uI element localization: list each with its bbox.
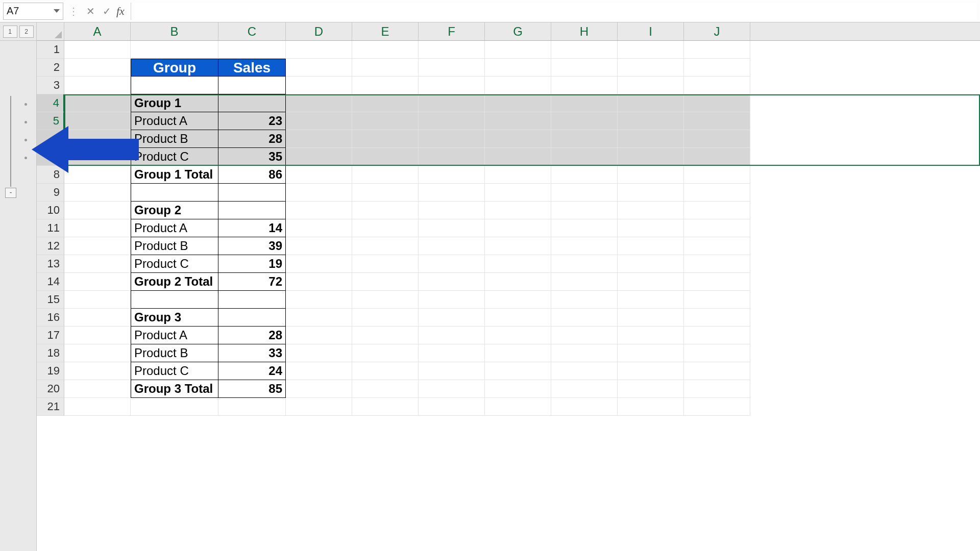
- cell-H20[interactable]: [551, 380, 618, 398]
- row-9[interactable]: 9: [37, 184, 980, 202]
- cell-F20[interactable]: [419, 380, 485, 398]
- cell-G21[interactable]: [485, 398, 551, 416]
- row-header-19[interactable]: 19: [37, 362, 64, 380]
- cell-J16[interactable]: [684, 309, 750, 327]
- cell-F12[interactable]: [419, 237, 485, 255]
- cell-H18[interactable]: [551, 344, 618, 362]
- row-1[interactable]: 1: [37, 41, 980, 59]
- cell-B10[interactable]: Group 2: [131, 202, 218, 219]
- cell-B1[interactable]: [131, 41, 218, 59]
- cell-A18[interactable]: [64, 344, 131, 362]
- row-header-9[interactable]: 9: [37, 184, 64, 202]
- cell-B8[interactable]: Group 1 Total: [131, 166, 218, 184]
- cell-B14[interactable]: Group 2 Total: [131, 273, 218, 291]
- cell-D16[interactable]: [286, 309, 352, 327]
- cell-C6[interactable]: 28: [218, 130, 286, 148]
- cell-G12[interactable]: [485, 237, 551, 255]
- row-header-2[interactable]: 2: [37, 59, 64, 77]
- cell-J3[interactable]: [684, 77, 750, 94]
- cell-F15[interactable]: [419, 291, 485, 309]
- row-17[interactable]: 17 Product A 28: [37, 327, 980, 344]
- cell-A13[interactable]: [64, 255, 131, 273]
- cell-H15[interactable]: [551, 291, 618, 309]
- row-header-6[interactable]: 6: [37, 130, 64, 148]
- cell-A15[interactable]: [64, 291, 131, 309]
- cell-A7[interactable]: [64, 148, 131, 166]
- cell-F21[interactable]: [419, 398, 485, 416]
- cell-C14[interactable]: 72: [218, 273, 286, 291]
- cell-E6[interactable]: [352, 130, 419, 148]
- cell-A14[interactable]: [64, 273, 131, 291]
- cell-C8[interactable]: 86: [218, 166, 286, 184]
- row-header-20[interactable]: 20: [37, 380, 64, 398]
- cell-C11[interactable]: 14: [218, 219, 286, 237]
- row-4[interactable]: 4 Group 1: [37, 94, 980, 112]
- cell-E11[interactable]: [352, 219, 419, 237]
- row-13[interactable]: 13 Product C 19: [37, 255, 980, 273]
- cell-F3[interactable]: [419, 77, 485, 94]
- row-2[interactable]: 2 Group Sales: [37, 59, 980, 77]
- cell-F19[interactable]: [419, 362, 485, 380]
- row-7[interactable]: 7 Product C 35: [37, 148, 980, 166]
- cell-F10[interactable]: [419, 202, 485, 219]
- cell-B20[interactable]: Group 3 Total: [131, 380, 218, 398]
- row-header-11[interactable]: 11: [37, 219, 64, 237]
- cell-C7[interactable]: 35: [218, 148, 286, 166]
- cell-I3[interactable]: [618, 77, 684, 94]
- cell-A16[interactable]: [64, 309, 131, 327]
- cell-H9[interactable]: [551, 184, 618, 202]
- cell-D20[interactable]: [286, 380, 352, 398]
- cell-F17[interactable]: [419, 327, 485, 344]
- cell-J14[interactable]: [684, 273, 750, 291]
- cell-C20[interactable]: 85: [218, 380, 286, 398]
- cell-H13[interactable]: [551, 255, 618, 273]
- cell-I7[interactable]: [618, 148, 684, 166]
- cell-D4[interactable]: [286, 94, 352, 112]
- name-box[interactable]: A7: [3, 3, 63, 20]
- cell-H21[interactable]: [551, 398, 618, 416]
- row-10[interactable]: 10 Group 2: [37, 202, 980, 219]
- row-8[interactable]: 8 Group 1 Total 86: [37, 166, 980, 184]
- cell-G10[interactable]: [485, 202, 551, 219]
- cell-J21[interactable]: [684, 398, 750, 416]
- cell-A19[interactable]: [64, 362, 131, 380]
- row-18[interactable]: 18 Product B 33: [37, 344, 980, 362]
- cell-F1[interactable]: [419, 41, 485, 59]
- row-header-15[interactable]: 15: [37, 291, 64, 309]
- cell-J18[interactable]: [684, 344, 750, 362]
- row-header-12[interactable]: 12: [37, 237, 64, 255]
- cell-E9[interactable]: [352, 184, 419, 202]
- cell-B5[interactable]: Product A: [131, 112, 218, 130]
- cancel-button[interactable]: ✕: [84, 4, 97, 19]
- cell-B16[interactable]: Group 3: [131, 309, 218, 327]
- column-header-E[interactable]: E: [352, 22, 419, 40]
- cell-C18[interactable]: 33: [218, 344, 286, 362]
- confirm-button[interactable]: ✓: [100, 4, 113, 19]
- cell-G14[interactable]: [485, 273, 551, 291]
- cell-H6[interactable]: [551, 130, 618, 148]
- cell-C4[interactable]: [218, 94, 286, 112]
- cell-E4[interactable]: [352, 94, 419, 112]
- outline-level-2-button[interactable]: 2: [19, 26, 34, 38]
- row-header-4[interactable]: 4: [37, 94, 64, 112]
- cell-H19[interactable]: [551, 362, 618, 380]
- cell-H10[interactable]: [551, 202, 618, 219]
- cell-A6[interactable]: [64, 130, 131, 148]
- cell-J20[interactable]: [684, 380, 750, 398]
- cell-H17[interactable]: [551, 327, 618, 344]
- row-header-21[interactable]: 21: [37, 398, 64, 416]
- row-header-16[interactable]: 16: [37, 309, 64, 327]
- cell-J8[interactable]: [684, 166, 750, 184]
- cell-A1[interactable]: [64, 41, 131, 59]
- cell-G19[interactable]: [485, 362, 551, 380]
- cell-A9[interactable]: [64, 184, 131, 202]
- cell-H7[interactable]: [551, 148, 618, 166]
- cell-G8[interactable]: [485, 166, 551, 184]
- cell-H14[interactable]: [551, 273, 618, 291]
- row-header-3[interactable]: 3: [37, 77, 64, 94]
- cell-H1[interactable]: [551, 41, 618, 59]
- cell-D12[interactable]: [286, 237, 352, 255]
- cell-H5[interactable]: [551, 112, 618, 130]
- cell-F4[interactable]: [419, 94, 485, 112]
- cell-B9[interactable]: [131, 184, 218, 202]
